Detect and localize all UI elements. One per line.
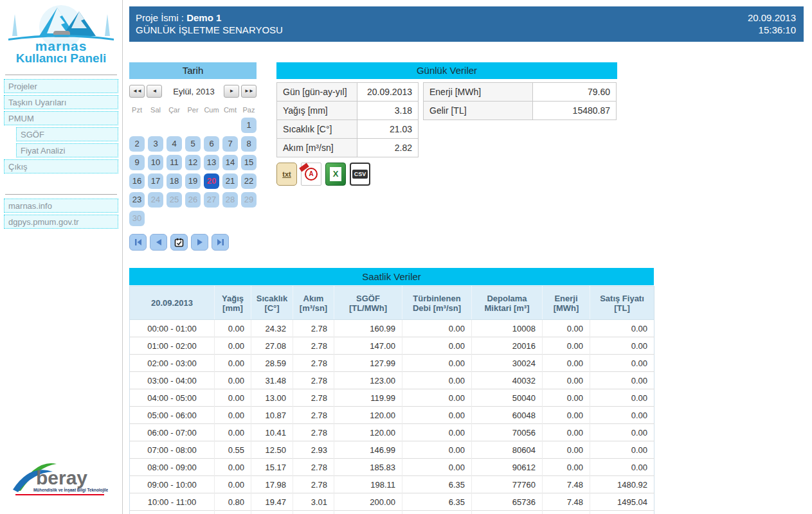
calendar-day[interactable]: 8 bbox=[241, 136, 257, 152]
month-label: Eylül, 2013 bbox=[164, 87, 224, 96]
sidebar-item-k[interactable]: Çıkış bbox=[4, 159, 118, 173]
hourly-cell: 40032 bbox=[472, 372, 543, 389]
hourly-cell: 119.99 bbox=[334, 389, 402, 407]
hourly-cell: 09:00 - 10:00 bbox=[130, 476, 215, 493]
hourly-cell: 123.00 bbox=[334, 372, 402, 389]
today-calendar-icon[interactable] bbox=[170, 234, 188, 251]
hourly-cell: 20016 bbox=[472, 337, 543, 355]
daily-row: Yağış [mm]3.18 bbox=[277, 102, 419, 120]
hourly-cell: 2.93 bbox=[293, 441, 334, 459]
svg-text:beray: beray bbox=[36, 467, 87, 488]
calendar-day[interactable]: 21 bbox=[222, 173, 238, 189]
sidebar-link-marnas-info[interactable]: marnas.info bbox=[4, 199, 118, 213]
calendar-day[interactable]: 25 bbox=[167, 192, 182, 208]
hourly-cell: 147.00 bbox=[334, 337, 402, 355]
calendar-day[interactable]: 22 bbox=[241, 173, 257, 189]
calendar-day[interactable]: 9 bbox=[129, 155, 145, 170]
daily-row: Gün [gün-ay-yıl]20.09.2013 bbox=[277, 83, 419, 102]
hourly-cell: 160.99 bbox=[334, 320, 402, 337]
calendar-day[interactable]: 28 bbox=[222, 192, 238, 208]
beray-logo: beray Mühendislik ve İnşaat Bilgi Teknol… bbox=[10, 457, 108, 511]
hourly-cell: 0.00 bbox=[543, 459, 590, 476]
sidebar-link-dgpys-pmum-gov-tr[interactable]: dgpys.pmum.gov.tr bbox=[4, 215, 118, 229]
calendar-day[interactable]: 17 bbox=[148, 173, 163, 189]
hourly-cell: 05:00 - 06:00 bbox=[130, 407, 215, 424]
hourly-cell bbox=[402, 511, 472, 514]
calendar-day[interactable]: 18 bbox=[167, 173, 182, 189]
calendar-day[interactable]: 16 bbox=[129, 173, 145, 189]
current-time: 15:36:10 bbox=[748, 24, 796, 36]
hourly-cell: 10:00 - 11:00 bbox=[130, 493, 215, 511]
calendar-day[interactable]: 13 bbox=[204, 155, 219, 170]
export-csv-icon[interactable]: CSV bbox=[350, 163, 370, 186]
export-xls-icon[interactable]: X bbox=[325, 163, 346, 186]
calendar-day[interactable]: 12 bbox=[185, 155, 201, 170]
calendar-day[interactable]: 5 bbox=[185, 136, 201, 152]
calendar-day[interactable]: 23 bbox=[129, 192, 145, 208]
prev-month-icon[interactable]: ◄ bbox=[147, 85, 162, 98]
calendar-day[interactable]: 3 bbox=[148, 136, 163, 152]
calendar-day[interactable]: 26 bbox=[185, 192, 201, 208]
calendar-day[interactable]: 14 bbox=[222, 155, 238, 170]
calendar-day[interactable]: 20 bbox=[204, 173, 219, 189]
hourly-cell: 2.78 bbox=[293, 372, 334, 389]
hourly-cell: 0.00 bbox=[402, 320, 472, 337]
hourly-cell: 07:00 - 08:00 bbox=[130, 441, 215, 459]
calendar-day[interactable]: 30 bbox=[129, 211, 145, 226]
hourly-cell: 185.83 bbox=[334, 459, 402, 476]
hourly-cell: 0.00 bbox=[543, 320, 590, 337]
first-icon[interactable] bbox=[129, 234, 147, 251]
daily-label: Akım [m³/sn] bbox=[277, 139, 357, 157]
hourly-cell: 127.99 bbox=[334, 355, 402, 372]
hourly-cell: 30024 bbox=[472, 355, 543, 372]
prev-icon[interactable] bbox=[150, 234, 167, 251]
calendar-day[interactable]: 6 bbox=[204, 136, 219, 152]
weekday-header: PztSalÇarPerCumCmtPaz bbox=[129, 106, 257, 114]
next-icon[interactable] bbox=[191, 234, 208, 251]
calendar-day[interactable]: 11 bbox=[167, 155, 182, 170]
calendar-day[interactable]: 10 bbox=[148, 155, 163, 170]
calendar-day[interactable]: 24 bbox=[148, 192, 163, 208]
calendar-day[interactable]: 15 bbox=[241, 155, 257, 170]
sidebar-item-pmum[interactable]: PMUM bbox=[4, 111, 118, 125]
export-xls-label: X bbox=[330, 167, 341, 181]
calendar-day[interactable]: 29 bbox=[241, 192, 257, 208]
hourly-cell: 10.41 bbox=[251, 424, 293, 441]
daily-row: Akım [m³/sn]2.82 bbox=[277, 139, 419, 157]
hourly-cell: 0.00 bbox=[402, 424, 472, 441]
prev-year-icon[interactable]: ◄◄ bbox=[129, 85, 145, 98]
hourly-cell: 2.78 bbox=[293, 389, 334, 407]
hourly-cell: 31.48 bbox=[251, 372, 293, 389]
calendar-day[interactable]: 27 bbox=[204, 192, 219, 208]
sidebar-item-projeler[interactable]: Projeler bbox=[4, 79, 118, 93]
calendar-day[interactable]: 2 bbox=[129, 136, 145, 152]
last-icon[interactable] bbox=[212, 234, 229, 251]
hourly-row: 10:00 - 11:000.8019.473.01200.006.356573… bbox=[130, 493, 654, 511]
hourly-column-header: Akım [m³/sn] bbox=[293, 287, 334, 320]
calendar-day[interactable]: 7 bbox=[222, 136, 238, 152]
hourly-cell: 80604 bbox=[472, 441, 543, 459]
calendar-day[interactable]: 4 bbox=[167, 136, 182, 152]
hourly-cell: 2.78 bbox=[293, 476, 334, 493]
export-pdf-icon[interactable]: A bbox=[301, 163, 321, 186]
daily-label: Enerji [MWh] bbox=[424, 83, 533, 102]
hourly-cell: 0.00 bbox=[215, 372, 251, 389]
calendar-day[interactable]: 19 bbox=[185, 173, 201, 189]
sidebar-divider-bottom bbox=[5, 194, 117, 195]
calendar-day[interactable]: 1 bbox=[241, 118, 257, 133]
next-year-icon[interactable]: ►► bbox=[241, 85, 257, 98]
daily-label: Gün [gün-ay-yıl] bbox=[277, 83, 357, 102]
next-month-icon[interactable]: ► bbox=[224, 85, 239, 98]
hourly-cell: 2.78 bbox=[293, 459, 334, 476]
calendar-day-grid: 1234567891011121314151617181920212223242… bbox=[129, 118, 257, 226]
sidebar-item-sg-f[interactable]: SGÖF bbox=[16, 127, 118, 141]
export-txt-icon[interactable]: txt bbox=[276, 163, 297, 186]
sidebar-item-ta-k-n-uyar-lar[interactable]: Taşkın Uyarıları bbox=[4, 95, 118, 109]
sidebar: marnas Kullanıcı Paneli ProjelerTaşkın U… bbox=[0, 0, 123, 514]
hourly-cell: 0.00 bbox=[543, 389, 590, 407]
hourly-cell: 77760 bbox=[472, 476, 543, 493]
hourly-cell: 0.00 bbox=[543, 372, 590, 389]
sidebar-item-fiyat-analizi[interactable]: Fiyat Analizi bbox=[16, 143, 118, 157]
hourly-cell: 28.59 bbox=[251, 355, 293, 372]
hourly-cell: 120.00 bbox=[334, 407, 402, 424]
